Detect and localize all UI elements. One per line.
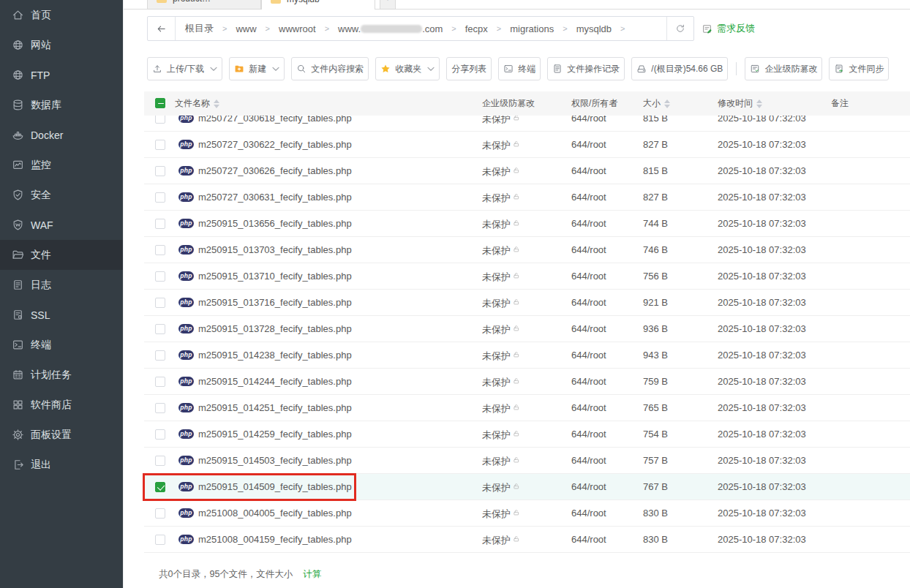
row-checkbox[interactable] (155, 192, 165, 203)
row-checkbox[interactable] (155, 350, 165, 361)
sidebar-item-label: WAF (31, 219, 53, 231)
file-name[interactable]: m250915_014509_fecify_tables.php (198, 474, 352, 500)
row-checkbox[interactable] (155, 271, 165, 282)
table-row[interactable]: phpm250915_014503_fecify_tables.php未保护64… (144, 448, 910, 474)
row-checkbox[interactable] (155, 324, 165, 334)
file-name[interactable]: m250915_014259_fecify_tables.php (198, 421, 352, 447)
database-icon (12, 99, 24, 111)
table-row[interactable]: phpm250915_013703_fecify_tables.php未保护64… (144, 237, 910, 263)
table-row[interactable]: phpm250915_013728_fecify_tables.php未保护64… (144, 316, 910, 342)
row-checkbox[interactable] (155, 245, 165, 255)
file-name[interactable]: m250915_013728_fecify_tables.php (198, 316, 352, 342)
protect-status[interactable]: 未保护 (482, 395, 522, 421)
sidebar-item-website[interactable]: 网站 (0, 30, 123, 60)
table-row[interactable]: phpm250727_030622_fecify_tables.php未保护64… (144, 132, 910, 158)
file-name[interactable]: m251008_004159_fecify_tables.php (198, 527, 352, 552)
column-header-mtime[interactable]: 修改时间 (718, 91, 762, 116)
file-name[interactable]: m250915_013716_fecify_tables.php (198, 290, 352, 315)
table-row[interactable]: phpm250915_013716_fecify_tables.php未保护64… (144, 290, 910, 316)
sort-icon-name[interactable] (214, 99, 219, 108)
column-header-tamper[interactable]: 企业级防篡改 (482, 91, 535, 116)
calc-size-link[interactable]: 计算 (303, 568, 321, 581)
row-checkbox[interactable] (155, 535, 165, 545)
protect-status[interactable]: 未保护 (482, 500, 522, 527)
protect-status[interactable]: 未保护 (482, 527, 522, 553)
protect-status[interactable]: 未保护 (482, 342, 522, 369)
sidebar-item-security[interactable]: 安全 (0, 180, 123, 210)
sidebar-item-cron[interactable]: 计划任务 (0, 360, 123, 390)
file-size: 756 B (643, 263, 668, 289)
row-checkbox[interactable] (155, 140, 165, 150)
protect-status[interactable]: 未保护 (482, 184, 522, 211)
sidebar-item-appstore[interactable]: 软件商店 (0, 390, 123, 420)
table-row[interactable]: phpm250915_013710_fecify_tables.php未保护64… (144, 263, 910, 290)
table-row[interactable]: phpm250727_030626_fecify_tables.php未保护64… (144, 158, 910, 184)
sidebar-item-waf[interactable]: WAF (0, 210, 123, 240)
file-name[interactable]: m250727_030622_fecify_tables.php (198, 132, 352, 157)
sidebar-item-logs[interactable]: 日志 (0, 270, 123, 300)
row-checkbox[interactable] (155, 403, 165, 413)
protect-status[interactable]: 未保护 (482, 158, 522, 184)
file-name[interactable]: m251008_004005_fecify_tables.php (198, 500, 352, 526)
row-checkbox[interactable] (155, 508, 165, 519)
file-name[interactable]: m250915_013710_fecify_tables.php (198, 263, 352, 289)
sidebar-item-files[interactable]: 文件 (0, 240, 123, 270)
table-row[interactable]: phpm250915_014509_fecify_tables.php未保护64… (144, 474, 910, 500)
sidebar-item-logout[interactable]: 退出 (0, 450, 123, 480)
file-name[interactable]: m250915_014503_fecify_tables.php (198, 448, 352, 473)
tab-mysqldb[interactable]: mysqldb (261, 0, 375, 10)
protect-status[interactable]: 未保护 (482, 474, 522, 500)
sidebar-item-ftp[interactable]: FTP (0, 60, 123, 90)
unlock-icon (513, 351, 522, 360)
sort-icon-size[interactable] (664, 99, 670, 108)
table-row[interactable]: phpm250915_014238_fecify_tables.php未保护64… (144, 342, 910, 369)
terminal-icon (12, 339, 24, 351)
file-name[interactable]: m250915_013656_fecify_tables.php (198, 211, 352, 236)
table-row[interactable]: phpm250915_014251_fecify_tables.php未保护64… (144, 395, 910, 421)
row-checkbox[interactable] (155, 456, 165, 466)
row-checkbox[interactable] (155, 219, 165, 229)
protect-status[interactable]: 未保护 (482, 421, 522, 448)
column-header-note[interactable]: 备注 (831, 91, 849, 116)
sidebar-item-monitor[interactable]: 监控 (0, 150, 123, 180)
file-name[interactable]: m250727_030626_fecify_tables.php (198, 158, 352, 184)
table-row[interactable]: phpm251008_004005_fecify_tables.php未保护64… (144, 500, 910, 527)
protect-status[interactable]: 未保护 (482, 369, 522, 395)
protect-status[interactable]: 未保护 (482, 290, 522, 316)
row-checkbox[interactable] (155, 166, 165, 176)
column-header-perm[interactable]: 权限/所有者 (571, 91, 617, 116)
file-name[interactable]: m250915_014251_fecify_tables.php (198, 395, 352, 421)
table-row[interactable]: phpm250727_030631_fecify_tables.php未保护64… (144, 184, 910, 211)
sidebar-item-docker[interactable]: Docker (0, 120, 123, 150)
table-row[interactable]: phpm251008_004159_fecify_tables.php未保护64… (144, 527, 910, 553)
row-checkbox[interactable] (155, 482, 165, 492)
protect-status[interactable]: 未保护 (482, 211, 522, 237)
sidebar-item-panel-settings[interactable]: 面板设置 (0, 420, 123, 450)
select-all-checkbox[interactable] (155, 98, 165, 108)
file-mtime: 2025-10-18 07:32:03 (718, 421, 806, 447)
column-header-size[interactable]: 大小 (643, 91, 670, 116)
row-checkbox[interactable] (155, 377, 165, 387)
file-name[interactable]: m250915_014244_fecify_tables.php (198, 369, 352, 394)
sort-icon-mtime[interactable] (756, 99, 762, 108)
sidebar-item-home[interactable]: 首页 (0, 0, 123, 30)
file-name[interactable]: m250915_014238_fecify_tables.php (198, 342, 352, 368)
protect-status[interactable]: 未保护 (482, 448, 522, 474)
sidebar-item-database[interactable]: 数据库 (0, 90, 123, 120)
sidebar-item-ssl[interactable]: SSL (0, 300, 123, 330)
sidebar-item-terminal[interactable]: 终端 (0, 330, 123, 360)
column-header-name[interactable]: 文件名称 (175, 91, 219, 116)
protect-status[interactable]: 未保护 (482, 237, 522, 263)
row-checkbox[interactable] (155, 298, 165, 308)
php-file-icon: php (178, 350, 194, 360)
table-row[interactable]: phpm250915_014244_fecify_tables.php未保护64… (144, 369, 910, 395)
protect-status[interactable]: 未保护 (482, 263, 522, 290)
file-name[interactable]: m250915_013703_fecify_tables.php (198, 237, 352, 263)
file-name[interactable]: m250727_030631_fecify_tables.php (198, 184, 352, 210)
footer-stats-text: 共0个目录，95个文件，文件大小 (159, 568, 293, 581)
row-checkbox[interactable] (155, 429, 165, 440)
protect-status[interactable]: 未保护 (482, 132, 522, 158)
table-row[interactable]: phpm250915_014259_fecify_tables.php未保护64… (144, 421, 910, 448)
table-row[interactable]: phpm250915_013656_fecify_tables.php未保护64… (144, 211, 910, 237)
protect-status[interactable]: 未保护 (482, 316, 522, 342)
